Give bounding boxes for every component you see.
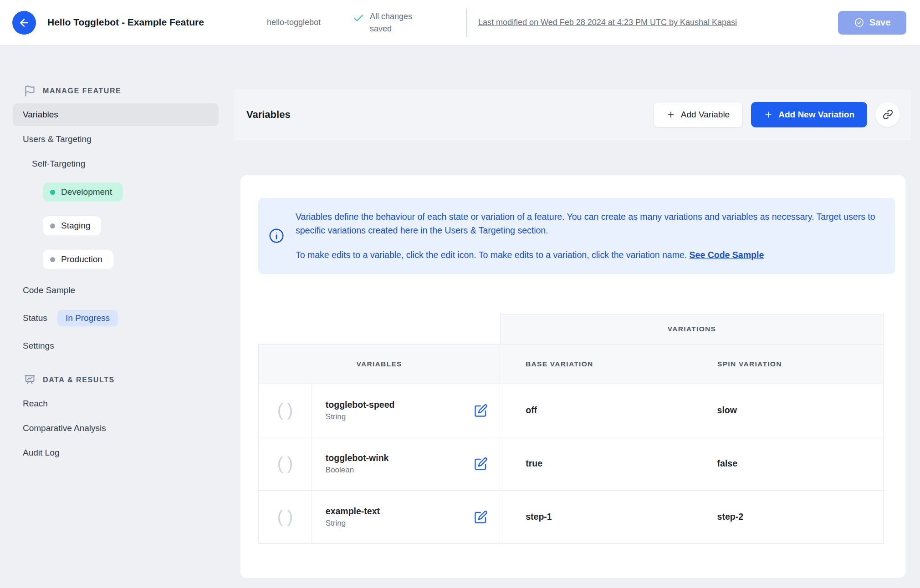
status-label: Status [23, 313, 47, 323]
env-dot-production [50, 257, 55, 262]
sidebar-item-code-sample[interactable]: Code Sample [13, 279, 219, 302]
column-header-label: SPIN VARIATION [717, 360, 782, 368]
table-row: () example-text String [258, 491, 884, 544]
link-icon [883, 109, 893, 120]
variable-name-cell: example-text String [312, 491, 500, 543]
status-badge[interactable]: In Progress [57, 310, 118, 326]
base-variation-value: step-1 [500, 491, 691, 543]
top-header: Hello Togglebot - Example Feature hello-… [0, 0, 920, 46]
spin-variation-value: slow [692, 384, 883, 437]
env-dot-development [50, 190, 55, 195]
edit-variable-button[interactable] [474, 457, 488, 471]
edit-pencil-icon [474, 457, 488, 471]
variations-group-label: VARIATIONS [668, 325, 716, 333]
add-variable-button[interactable]: Add Variable [653, 102, 743, 127]
spin-variation-value: step-2 [692, 491, 883, 543]
circle-check-icon [854, 17, 864, 28]
env-pill-staging[interactable]: Staging [43, 216, 101, 235]
variable-name: example-text [326, 505, 380, 518]
variable-name-cell: togglebot-speed String [312, 384, 500, 437]
sidebar-item-self-targeting[interactable]: Self-Targeting [13, 152, 219, 175]
add-new-variation-button[interactable]: Add New Variation [751, 102, 867, 127]
copy-link-button[interactable] [875, 102, 900, 127]
column-header-label: VARIABLES [356, 360, 402, 368]
sidebar-section-label: MANAGE FEATURE [43, 87, 121, 95]
info-banner-text: Variables define the behaviour of each s… [296, 210, 879, 262]
spin-variation-value: false [692, 437, 883, 490]
table-row: () togglebot-wink Boolean [258, 437, 884, 491]
env-dot-staging [50, 223, 55, 228]
edit-variable-button[interactable] [474, 510, 488, 524]
variable-name: togglebot-wink [326, 451, 389, 465]
variable-name-cell: togglebot-wink Boolean [312, 437, 500, 490]
variable-name: togglebot-speed [326, 398, 395, 411]
sidebar-item-comparative-analysis[interactable]: Comparative Analysis [13, 417, 219, 440]
base-variation-value: off [500, 384, 691, 437]
env-pill-production[interactable]: Production [43, 250, 113, 269]
sidebar-item-status[interactable]: Status In Progress [13, 304, 219, 333]
variable-type-cell: () [259, 491, 312, 543]
page-title: Hello Togglebot - Example Feature [47, 16, 217, 29]
sidebar: MANAGE FEATURE Variables Users & Targeti… [0, 46, 230, 588]
base-variation-value: true [500, 437, 691, 490]
banner-paragraph-2-text: To make edits to a variable, click the e… [296, 250, 687, 260]
table-group-spacer [258, 314, 500, 344]
parentheses-icon: () [273, 400, 297, 420]
parentheses-icon: () [273, 507, 297, 527]
parentheses-icon: () [273, 454, 297, 473]
edit-pencil-icon [474, 404, 488, 417]
plus-icon [666, 110, 675, 119]
sidebar-item-reach[interactable]: Reach [13, 392, 219, 415]
section-title: Variables [246, 109, 291, 121]
sidebar-section-label: DATA & RESULTS [43, 376, 115, 384]
save-button-label: Save [869, 17, 891, 28]
sidebar-section-manage-feature: MANAGE FEATURE [24, 85, 230, 97]
sidebar-item-audit-log[interactable]: Audit Log [13, 441, 219, 464]
see-code-sample-link[interactable]: See Code Sample [690, 250, 764, 260]
sidebar-item-settings[interactable]: Settings [13, 335, 219, 357]
plus-icon [764, 110, 773, 119]
column-header-base-variation: BASE VARIATION [500, 344, 692, 384]
feature-key: hello-togglebot [267, 16, 322, 28]
variable-type: String [326, 518, 380, 529]
variable-type: String [326, 411, 395, 422]
banner-paragraph-2: To make edits to a variable, click the e… [296, 248, 879, 262]
arrow-left-icon [18, 17, 30, 29]
table-group-header-row: VARIATIONS [258, 314, 884, 344]
env-pill-development[interactable]: Development [43, 182, 123, 202]
variables-toolbar: Variables Add Variable Add New Variation [234, 89, 911, 140]
environment-list: Development Staging Production [13, 178, 230, 279]
flag-icon [24, 85, 36, 97]
column-header-label: BASE VARIATION [526, 360, 593, 368]
banner-paragraph-1: Variables define the behaviour of each s… [296, 210, 879, 237]
column-header-spin-variation: SPIN VARIATION [692, 344, 884, 384]
info-icon [268, 228, 285, 244]
variable-type: Boolean [326, 465, 389, 476]
variables-table: VARIATIONS VARIABLES BASE VARIATION SPIN… [258, 314, 884, 544]
variable-type-cell: () [259, 384, 312, 437]
table-row: () togglebot-speed String [258, 384, 884, 437]
save-button[interactable]: Save [838, 11, 906, 35]
sidebar-item-variables[interactable]: Variables [13, 103, 219, 126]
last-modified-link[interactable]: Last modified on Wed Feb 28 2024 at 4:23… [478, 16, 780, 28]
edit-pencil-icon [474, 510, 488, 524]
check-icon [353, 12, 364, 24]
save-status: All changes saved [353, 10, 424, 34]
add-new-variation-label: Add New Variation [778, 110, 854, 120]
save-status-text: All changes saved [370, 10, 424, 34]
main-content: Variables Add Variable Add New Variation [230, 46, 920, 588]
column-header-variables: VARIABLES [258, 344, 500, 384]
variations-group-header: VARIATIONS [500, 314, 884, 344]
edit-variable-button[interactable] [474, 404, 488, 417]
variables-card: Variables define the behaviour of each s… [240, 175, 905, 578]
header-divider [466, 9, 467, 37]
env-label: Development [61, 187, 112, 197]
variable-type-cell: () [259, 437, 312, 490]
presentation-chart-icon [24, 374, 36, 386]
env-label: Staging [61, 221, 90, 231]
env-label: Production [61, 254, 102, 264]
add-variable-label: Add Variable [681, 110, 730, 120]
back-button[interactable] [12, 11, 36, 35]
sidebar-item-users-targeting[interactable]: Users & Targeting [13, 128, 219, 151]
info-banner: Variables define the behaviour of each s… [258, 198, 895, 274]
